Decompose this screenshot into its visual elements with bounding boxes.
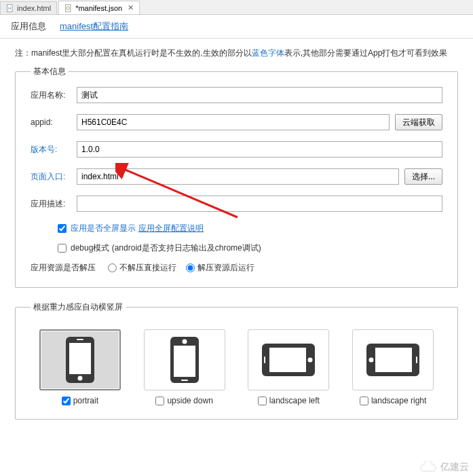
label-fullscreen: 应用是否全屏显示: [71, 223, 136, 234]
fieldset-basic-info: 基本信息 应用名称: appid: 云端获取 版本号: 页面入口: 选择... …: [15, 66, 458, 288]
orientation-landscape-left[interactable]: [248, 329, 329, 390]
editor-tab-label: index.html: [17, 4, 51, 12]
label-entry: 页面入口:: [31, 171, 77, 183]
label-description: 应用描述:: [31, 198, 77, 210]
note-text: 注：manifest里大部分配置在真机运行时是不生效的,生效的部分以蓝色字体表示…: [15, 47, 458, 59]
svg-rect-9: [174, 346, 195, 377]
checkbox-debug[interactable]: [58, 244, 67, 253]
button-select[interactable]: 选择...: [404, 168, 442, 185]
radio-no-decompress[interactable]: [108, 263, 117, 272]
radio-decompress-wrap[interactable]: 解压资源后运行: [186, 262, 254, 274]
label-decompress: 应用资源是否解压: [31, 262, 96, 274]
svg-point-14: [308, 358, 313, 363]
svg-point-10: [182, 340, 187, 344]
svg-rect-13: [269, 348, 306, 372]
checkbox-portrait[interactable]: [62, 397, 71, 405]
svg-point-6: [77, 376, 82, 381]
html-file-icon: H: [6, 4, 14, 12]
svg-text:H: H: [8, 6, 11, 10]
label-landscape-left: landscape left: [269, 396, 320, 405]
orientation-landscape-right[interactable]: [352, 329, 434, 390]
svg-rect-7: [77, 339, 83, 340]
svg-rect-15: [264, 356, 265, 363]
editor-tab-manifest[interactable]: *manifest.json ✕: [58, 1, 140, 14]
label-appid: appid:: [31, 117, 77, 127]
label-version: 版本号:: [31, 144, 77, 155]
checkbox-upside-down[interactable]: [155, 397, 164, 405]
note-suffix: 表示,其他部分需要通过App打包才可看到效果: [284, 48, 448, 58]
sub-header: 应用信息 manifest配置指南: [0, 15, 473, 39]
watermark-text: 亿速云: [440, 461, 469, 473]
editor-tab-bar: H index.html *manifest.json ✕: [0, 0, 473, 15]
label-upside-down: upside down: [167, 396, 212, 405]
radio-no-decompress-wrap[interactable]: 不解压直接运行: [108, 262, 176, 274]
legend-basic-info: 基本信息: [31, 66, 69, 77]
legend-orientation: 根据重力感应自动横竖屏: [31, 301, 126, 313]
cloud-icon: [419, 461, 438, 473]
link-fullscreen-doc[interactable]: 应用全屏配置说明: [138, 223, 204, 234]
checkbox-landscape-right-wrap[interactable]: landscape right: [360, 396, 426, 405]
phone-portrait-icon: [65, 336, 95, 384]
label-landscape-right: landscape right: [371, 396, 426, 405]
tab-app-info[interactable]: 应用信息: [11, 20, 46, 33]
input-appid[interactable]: [77, 114, 390, 130]
note-blue: 蓝色字体: [252, 48, 284, 58]
svg-rect-17: [375, 348, 412, 372]
radio-no-decompress-label: 不解压直接运行: [119, 262, 176, 274]
label-app-name: 应用名称:: [31, 90, 77, 101]
label-debug: debug模式 (android是否支持日志输出及chrome调试): [71, 242, 261, 254]
svg-rect-11: [181, 380, 188, 381]
phone-upside-down-icon: [170, 336, 200, 384]
editor-tab-index[interactable]: H index.html: [0, 1, 57, 14]
button-cloud-fetch[interactable]: 云端获取: [395, 114, 442, 130]
svg-rect-19: [416, 356, 417, 363]
input-version[interactable]: [77, 141, 442, 158]
watermark: 亿速云: [419, 461, 469, 473]
note-prefix: 注：manifest里大部分配置在真机运行时是不生效的,生效的部分以: [15, 48, 252, 58]
radio-decompress[interactable]: [186, 263, 195, 272]
checkbox-portrait-wrap[interactable]: portrait: [62, 396, 98, 405]
phone-landscape-right-icon: [366, 343, 420, 377]
phone-landscape-left-icon: [261, 343, 316, 377]
checkbox-landscape-right[interactable]: [360, 397, 368, 405]
svg-rect-5: [69, 343, 91, 374]
svg-point-18: [369, 358, 374, 363]
input-entry[interactable]: [77, 168, 399, 185]
json-file-icon: [64, 4, 73, 12]
orientation-portrait[interactable]: [39, 329, 121, 390]
close-icon[interactable]: ✕: [128, 3, 134, 12]
input-description[interactable]: [77, 196, 442, 212]
radio-decompress-label: 解压资源后运行: [197, 262, 254, 274]
editor-tab-label: *manifest.json: [75, 4, 122, 12]
checkbox-fullscreen[interactable]: [58, 224, 67, 233]
checkbox-upside-down-wrap[interactable]: upside down: [155, 396, 212, 405]
checkbox-landscape-left-wrap[interactable]: landscape left: [258, 396, 320, 405]
orientation-upside-down[interactable]: [144, 329, 225, 390]
link-manifest-guide[interactable]: manifest配置指南: [60, 20, 128, 33]
fieldset-orientation: 根据重力感应自动横竖屏 portrait: [15, 301, 458, 420]
checkbox-landscape-left[interactable]: [258, 397, 267, 405]
label-portrait: portrait: [73, 396, 98, 405]
input-app-name[interactable]: [77, 87, 442, 103]
